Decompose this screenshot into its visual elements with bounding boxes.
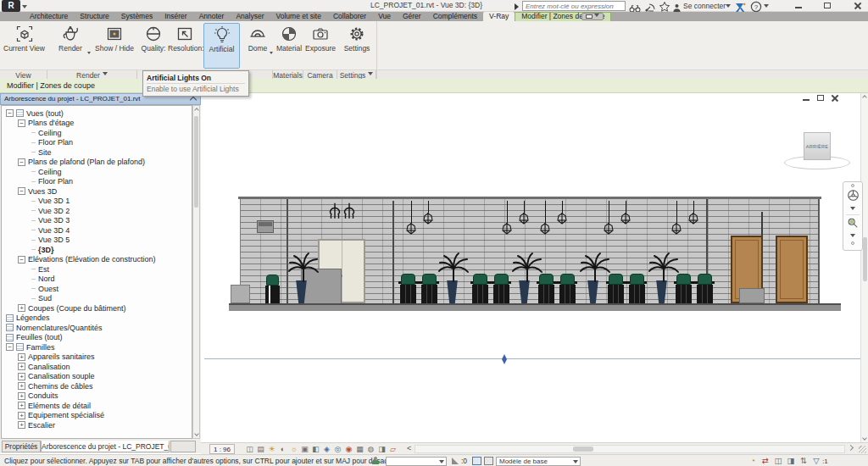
- ribbon-tab-analyser[interactable]: Analyser: [230, 12, 270, 21]
- search-input[interactable]: [522, 1, 626, 11]
- level-marker-icon[interactable]: [502, 352, 507, 359]
- editing-requests-icon[interactable]: ⇄: [760, 456, 771, 466]
- collapse-icon[interactable]: −: [18, 187, 25, 195]
- scroll-right-icon[interactable]: [848, 445, 854, 451]
- ribbon-tab-syst-mes[interactable]: Systèmes: [115, 12, 159, 21]
- steering-wheel-icon[interactable]: [847, 189, 860, 205]
- ribbon-tab-collaborer[interactable]: Collaborer: [327, 12, 372, 21]
- view-minimize-button[interactable]: [799, 94, 813, 103]
- tree-item[interactable]: +Canalisation: [2, 362, 192, 372]
- tree-item[interactable]: Sud: [2, 294, 192, 304]
- tree-item[interactable]: Vue 3D 1: [2, 197, 192, 207]
- collapse-icon[interactable]: −: [6, 343, 14, 351]
- resize-grip-icon[interactable]: [859, 446, 866, 453]
- minimize-button[interactable]: [792, 2, 805, 10]
- tree-item[interactable]: Vue 3D 3: [2, 216, 192, 226]
- design-option-select[interactable]: Modèle de base: [496, 457, 581, 466]
- ribbon-button-show-hide-frame-buffer[interactable]: Show / HideFrame Buffer: [92, 23, 137, 69]
- help-caret-icon[interactable]: [764, 4, 769, 10]
- browser-tab-stub[interactable]: [170, 441, 196, 452]
- logo-dropdown-caret-icon[interactable]: [22, 5, 27, 11]
- ribbon-button-dome-light[interactable]: DomeLight: [242, 23, 274, 69]
- constraints-icon[interactable]: ▱: [388, 444, 398, 454]
- tree-item[interactable]: +Equipement spécialisé: [2, 411, 192, 421]
- tree-item[interactable]: −Vues (tout): [2, 108, 192, 119]
- viewcube[interactable]: ARRIÈRE: [804, 132, 831, 160]
- view-restore-button[interactable]: [814, 94, 827, 103]
- zoom-caret-icon[interactable]: [850, 234, 855, 240]
- zoom-tool-icon[interactable]: [847, 217, 859, 232]
- expand-icon[interactable]: +: [18, 392, 25, 400]
- filter-icon[interactable]: ▽: [811, 456, 821, 466]
- canvas-horizontal-scrollbar[interactable]: [415, 445, 845, 453]
- editable-only-icon[interactable]: [472, 457, 481, 465]
- tree-item[interactable]: Légendes: [2, 313, 192, 324]
- canvas-vertical-scrollbar[interactable]: [860, 93, 868, 442]
- users-icon[interactable]: ◫: [773, 456, 783, 466]
- links-icon[interactable]: ◨: [786, 456, 796, 466]
- tree-item[interactable]: −Plans d'étage: [2, 119, 192, 129]
- expand-icon[interactable]: +: [18, 353, 25, 361]
- ribbon-tab-architecture[interactable]: Architecture: [24, 12, 74, 21]
- maximize-button[interactable]: [821, 2, 834, 10]
- tree-item[interactable]: Est: [2, 264, 192, 275]
- canvas-scroll-thumb[interactable]: [863, 237, 867, 281]
- tree-item[interactable]: −Elévations (Elévation de construction): [2, 255, 192, 265]
- collapse-chevron-icon[interactable]: [190, 97, 197, 103]
- worksharing-icon[interactable]: ◍: [366, 444, 376, 454]
- tree-item[interactable]: Ceiling: [2, 128, 192, 138]
- drawing-area[interactable]: ARRIÈRE: [201, 93, 868, 442]
- ribbon-button-resolution[interactable]: Resolution:960 x 720: [168, 23, 202, 69]
- tree-item[interactable]: +Escalier: [2, 420, 192, 430]
- ribbon-button-material-browser[interactable]: MaterialBrowser: [275, 23, 303, 69]
- close-button[interactable]: [851, 2, 865, 10]
- scroll-up-icon[interactable]: [194, 108, 199, 113]
- tree-item[interactable]: Vue 3D 2: [2, 206, 192, 216]
- navbar-more-icon[interactable]: [851, 241, 854, 245]
- tree-item[interactable]: Ouest: [2, 284, 192, 294]
- tree-item[interactable]: Nomenclatures/Quantités: [2, 323, 192, 333]
- dropdown-caret-icon[interactable]: [270, 52, 273, 56]
- temporary-properties-icon[interactable]: ▦: [355, 444, 364, 454]
- tree-item[interactable]: Vue 3D 5: [2, 236, 192, 246]
- show-crop-icon[interactable]: ◧: [311, 444, 320, 454]
- detail-level-icon[interactable]: ▤: [256, 444, 265, 454]
- expand-icon[interactable]: +: [18, 412, 25, 419]
- ribbon-button-artificial-lights[interactable]: ArtificialLights On: [203, 23, 240, 69]
- tree-item[interactable]: Floor Plan: [2, 138, 192, 148]
- browser-tab-project-tree[interactable]: Arborescence du projet - LC_PROJET_01.rv…: [41, 441, 170, 452]
- favorites-star-icon[interactable]: [659, 1, 670, 11]
- tree-item[interactable]: −Plans de plafond (Plan de plafond): [2, 158, 192, 168]
- view-close-button[interactable]: [828, 94, 842, 103]
- gray-inactive-icon[interactable]: [484, 457, 493, 465]
- tree-item[interactable]: Nord: [2, 275, 192, 285]
- tree-item[interactable]: −Vues 3D: [2, 186, 192, 197]
- ribbon-button-settings[interactable]: Settings: [339, 23, 375, 69]
- collapse-icon[interactable]: −: [18, 256, 25, 264]
- tree-item[interactable]: +Eléments de détail: [2, 401, 192, 411]
- panel-caret-icon[interactable]: [103, 72, 108, 78]
- tree-item[interactable]: +Conduits: [2, 391, 192, 402]
- scroll-down-icon[interactable]: [194, 431, 199, 436]
- expand-icon[interactable]: +: [18, 421, 25, 429]
- ribbon-display-toggle[interactable]: [581, 13, 604, 20]
- expand-icon[interactable]: +: [18, 382, 25, 390]
- level-marker-icon[interactable]: [502, 359, 507, 367]
- panel-caret-icon[interactable]: [368, 72, 373, 78]
- displacement-icon[interactable]: ◨: [377, 444, 387, 454]
- ribbon-tab-g-rer[interactable]: Gérer: [397, 12, 427, 21]
- ribbon-tab-annoter[interactable]: Annoter: [193, 12, 231, 21]
- workset-select[interactable]: [386, 457, 447, 466]
- ribbon-tab-compl-ments[interactable]: Compléments: [427, 12, 483, 21]
- communication-center-icon[interactable]: [644, 1, 656, 11]
- browser-scroll-thumb[interactable]: [194, 116, 198, 208]
- scroll-down-icon[interactable]: [862, 435, 867, 441]
- reveal-hidden-icon[interactable]: ◉: [344, 444, 353, 454]
- browser-tab-properties[interactable]: Propriétés: [2, 441, 41, 452]
- worksets-icon[interactable]: ◔: [748, 456, 758, 466]
- tree-item[interactable]: Feuilles (tout): [2, 333, 192, 343]
- ribbon-tab-volume-et-site[interactable]: Volume et site: [270, 12, 327, 21]
- ribbon-tab-v-ray[interactable]: V-Ray: [483, 12, 515, 21]
- sign-in-caret-icon[interactable]: [726, 4, 731, 10]
- tree-item[interactable]: Ceiling: [2, 167, 192, 177]
